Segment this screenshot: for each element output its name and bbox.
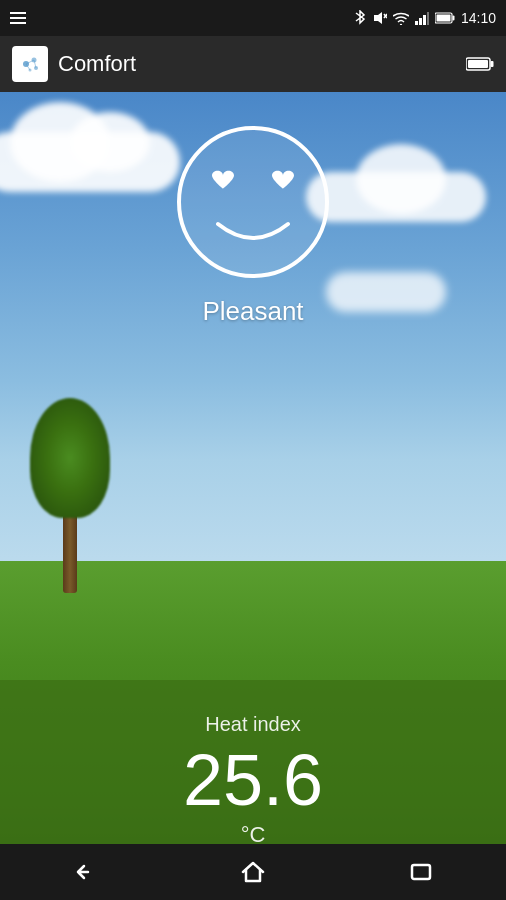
main-content: Pleasant Heat index 25.6 °C	[0, 92, 506, 900]
bluetooth-icon	[354, 10, 367, 26]
svg-rect-21	[468, 60, 488, 68]
app-icon	[12, 46, 48, 82]
status-right-icons: 14:10	[354, 10, 496, 26]
battery-full-icon	[466, 56, 494, 72]
wifi-icon	[393, 12, 409, 25]
battery-status-icon	[435, 12, 455, 24]
heat-index-value: 25.6	[183, 744, 323, 816]
svg-rect-5	[419, 18, 422, 25]
svg-rect-6	[423, 15, 426, 25]
tree	[30, 398, 110, 593]
svg-point-3	[400, 23, 402, 24]
tree-canopy	[30, 398, 110, 518]
cloud-3	[326, 272, 446, 312]
svg-point-22	[179, 128, 327, 276]
svg-rect-23	[412, 865, 430, 879]
recents-button[interactable]	[392, 852, 452, 892]
status-time: 14:10	[461, 10, 496, 26]
tree-trunk	[63, 513, 77, 593]
comfort-level-text: Pleasant	[202, 296, 303, 327]
svg-rect-7	[427, 12, 429, 25]
status-bar: 14:10	[0, 0, 506, 36]
svg-rect-9	[452, 16, 454, 21]
svg-rect-10	[436, 15, 450, 22]
menu-bars-icon	[10, 12, 26, 24]
svg-rect-4	[415, 21, 418, 25]
svg-marker-0	[374, 12, 382, 24]
heat-index-label: Heat index	[205, 713, 301, 736]
cloud-1	[0, 132, 180, 192]
signal-icon	[415, 12, 429, 25]
smiley-area: Pleasant	[173, 122, 333, 327]
status-left-icons	[10, 12, 26, 24]
mute-icon	[373, 11, 387, 25]
app-bar: Comfort	[0, 36, 506, 92]
home-button[interactable]	[223, 852, 283, 892]
app-title: Comfort	[58, 51, 136, 77]
back-button[interactable]	[54, 852, 114, 892]
svg-rect-20	[491, 61, 494, 67]
svg-rect-11	[16, 50, 44, 78]
nav-bar	[0, 844, 506, 900]
smiley-face-icon	[173, 122, 333, 282]
cloud-2	[306, 172, 486, 222]
app-bar-left: Comfort	[12, 46, 136, 82]
